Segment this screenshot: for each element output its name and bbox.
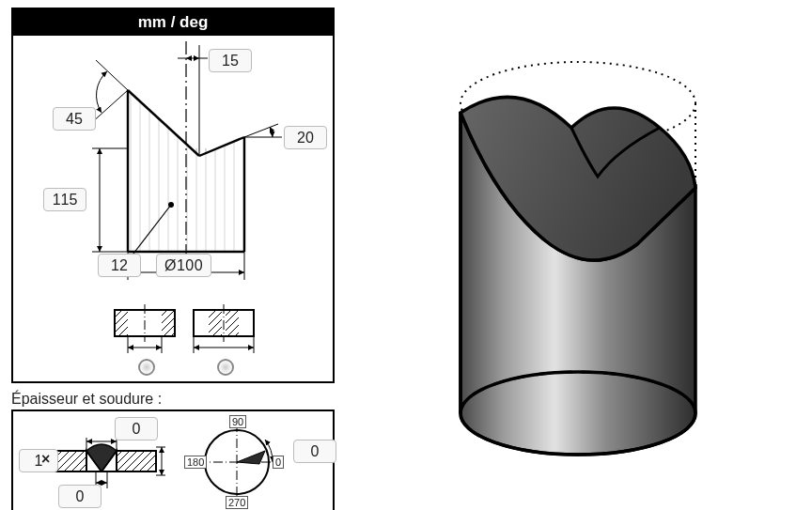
svg-rect-27 — [115, 310, 128, 336]
angle-right-input[interactable]: 20 — [284, 126, 327, 149]
index-tick-w: 180 — [184, 456, 207, 469]
drawing-area: 45 20 15 115 12 Ø100 — [13, 36, 333, 381]
end-option-b-radio[interactable] — [217, 359, 234, 376]
root-gap-bottom-input[interactable]: 0 — [58, 485, 102, 508]
3d-preview — [376, 38, 780, 479]
index-tick-e: 0 — [273, 456, 284, 469]
thickness-weld-label: Épaisseur et soudure : — [11, 391, 335, 408]
svg-rect-41 — [117, 451, 156, 471]
end-option-a-radio[interactable] — [138, 359, 155, 376]
svg-marker-5 — [128, 90, 244, 156]
wall-input[interactable]: 12 — [98, 254, 141, 277]
svg-rect-28 — [162, 310, 175, 336]
weld-thickness-input[interactable]: 1 — [19, 449, 58, 472]
thickness-weld-panel: 1 × 0 0 0 90 0 270 180 — [11, 410, 335, 510]
units-header: mm / deg — [13, 9, 333, 36]
index-tick-n: 90 — [229, 415, 246, 428]
svg-line-12 — [96, 60, 128, 90]
index-tick-s: 270 — [226, 496, 248, 509]
svg-rect-1 — [128, 148, 244, 252]
apex-offset-input[interactable]: 15 — [209, 49, 252, 72]
root-gap-top-input[interactable]: 0 — [115, 417, 158, 440]
svg-rect-35 — [226, 310, 239, 336]
height-input[interactable]: 115 — [43, 188, 86, 211]
svg-line-15 — [244, 124, 278, 137]
svg-marker-59 — [237, 451, 265, 464]
3d-preview-svg — [376, 38, 780, 479]
bevel-angle-input[interactable]: 0 — [293, 440, 336, 463]
multiply-icon: × — [41, 451, 50, 468]
diameter-input[interactable]: Ø100 — [156, 254, 211, 277]
angle-left-input[interactable]: 45 — [53, 107, 96, 131]
drawing-panel: mm / deg — [11, 8, 335, 383]
svg-rect-34 — [209, 310, 222, 336]
